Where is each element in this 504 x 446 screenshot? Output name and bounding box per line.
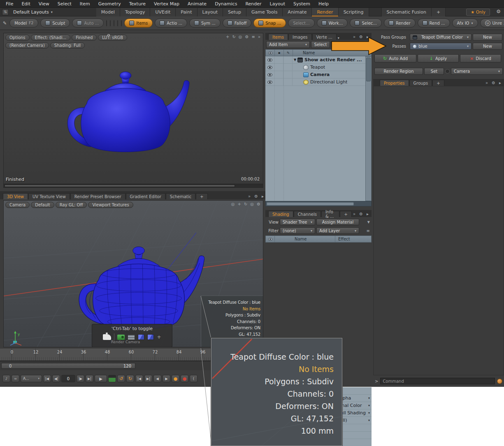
new-pass-button[interactable]: New bbox=[473, 43, 502, 50]
gear-icon[interactable]: ⚙ bbox=[244, 35, 250, 39]
new-pass-group-button[interactable]: New bbox=[473, 34, 502, 41]
menu-item[interactable]: Vertex Map bbox=[150, 0, 183, 8]
properties-tab[interactable]: + bbox=[432, 80, 444, 86]
viewport-3d-control[interactable]: Viewport Textures bbox=[88, 202, 133, 208]
menu-arrow-icon[interactable]: ▸ bbox=[366, 212, 369, 216]
delete-key-button[interactable]: ● bbox=[181, 375, 188, 382]
items-horizontal-scrollbar[interactable] bbox=[265, 201, 372, 206]
only-button[interactable]: ★Only bbox=[466, 9, 490, 16]
visibility-eye-icon[interactable] bbox=[267, 81, 272, 84]
rotate-icon[interactable]: ↻ bbox=[243, 202, 248, 206]
current-frame-field[interactable]: 0 bbox=[61, 375, 75, 382]
auto-add-button[interactable]: ↻Auto Add bbox=[374, 54, 416, 62]
step-back-button[interactable]: ◀| bbox=[52, 375, 60, 382]
items-vertical-scrollbar[interactable] bbox=[365, 56, 372, 201]
expand-icon[interactable]: » bbox=[352, 212, 356, 216]
menu-item[interactable]: Render bbox=[241, 0, 265, 8]
shader-tree-dropdown[interactable]: Shader Tree▾ bbox=[280, 219, 315, 225]
apply-button[interactable]: ↓Apply bbox=[418, 54, 459, 62]
anim-editor-button[interactable]: ≈ bbox=[12, 375, 19, 382]
gear-icon[interactable]: ⚙ bbox=[256, 202, 261, 206]
funnel-icon[interactable]: ▼ bbox=[367, 220, 371, 224]
pan-icon[interactable]: + bbox=[225, 35, 230, 39]
menu-item[interactable]: Animate bbox=[183, 0, 211, 8]
audio-toggle-button[interactable]: ♪ bbox=[2, 375, 10, 382]
viewport-3d[interactable]: CameraDefaultRay GL: OffViewport Texture… bbox=[3, 200, 263, 347]
refresh-button[interactable]: ↻ bbox=[126, 375, 134, 382]
render-scrollbar[interactable] bbox=[4, 184, 263, 187]
toolbar-button[interactable]: Auto ... bbox=[72, 18, 104, 28]
expand-icon[interactable]: » bbox=[485, 81, 489, 85]
zoom-icon[interactable]: ◎ bbox=[238, 35, 243, 39]
render-camera-icon[interactable] bbox=[117, 335, 125, 340]
autokey-dropdown[interactable]: A... bbox=[21, 375, 42, 382]
filter-button[interactable]: Filter bbox=[331, 41, 350, 48]
viewport-3d-control[interactable]: Default bbox=[31, 202, 54, 208]
viewport-3d-control[interactable]: Ray GL: Off bbox=[56, 202, 87, 208]
toolbar-button[interactable]: uUnre ...▾ bbox=[480, 18, 504, 28]
toolbar-button[interactable]: uRend ...▾ bbox=[418, 18, 450, 28]
cube-icon[interactable] bbox=[114, 20, 114, 26]
gear-icon[interactable]: ⚙ bbox=[491, 81, 496, 85]
add-icon[interactable]: + bbox=[157, 334, 161, 340]
render-viewport-control[interactable]: Finished bbox=[72, 35, 97, 41]
toolbar-button[interactable]: uFalloff▾ bbox=[223, 18, 252, 28]
properties-tab[interactable]: Properties bbox=[380, 80, 409, 86]
item-row[interactable]: ▼ Directional Light bbox=[265, 79, 365, 86]
mesh-preset-icon[interactable] bbox=[103, 334, 111, 340]
layout-tab[interactable]: Paint bbox=[176, 8, 197, 16]
menu-item[interactable]: File bbox=[2, 0, 17, 8]
pass-dropdown[interactable]: blue▾ bbox=[410, 43, 471, 50]
rotate-icon[interactable]: ↻ bbox=[231, 35, 236, 39]
item-row[interactable]: ▼ Camera bbox=[265, 71, 365, 79]
key-forward-button[interactable]: ▶ bbox=[163, 375, 170, 382]
stack-icon[interactable] bbox=[128, 335, 135, 340]
filter-dropdown[interactable]: (none)▾ bbox=[280, 227, 315, 234]
toolbar-button[interactable]: uItems▾ bbox=[124, 18, 153, 28]
menu-item[interactable]: Select bbox=[53, 0, 76, 8]
menu-item[interactable]: Item bbox=[76, 0, 94, 8]
layout-switch-icon[interactable]: ⇅ bbox=[2, 9, 9, 15]
add-item-dropdown[interactable]: Add Item▾ bbox=[266, 41, 310, 48]
layout-tab[interactable]: Topology bbox=[120, 8, 151, 16]
cube-item-icon[interactable] bbox=[138, 334, 144, 340]
region-toggle-led[interactable] bbox=[445, 69, 450, 74]
zoom-icon[interactable]: ◎ bbox=[230, 202, 236, 206]
set-button[interactable]: Set bbox=[424, 68, 444, 75]
menu-item[interactable]: Help bbox=[314, 0, 333, 8]
cube-icon[interactable] bbox=[110, 20, 111, 26]
funnel-icon[interactable]: ▼ bbox=[364, 43, 368, 46]
search-icon[interactable]: ◎ bbox=[249, 202, 255, 206]
assign-material-button[interactable]: Assign Material bbox=[316, 219, 359, 225]
layout-tab[interactable]: + bbox=[432, 8, 446, 16]
render-viewport-control[interactable]: Shading: Full bbox=[50, 42, 85, 49]
shading-panel-tab[interactable]: + bbox=[340, 211, 351, 217]
default-layouts-dropdown[interactable]: Default Layouts▾ bbox=[11, 9, 55, 15]
gear-icon[interactable]: ⚙ bbox=[496, 9, 501, 14]
filter-caret-icon[interactable]: ▾ bbox=[369, 43, 371, 46]
viewport-tab[interactable]: + bbox=[196, 193, 207, 199]
lock-icon[interactable] bbox=[106, 36, 107, 44]
toolbar-button[interactable]: uActio ...▾ bbox=[155, 18, 187, 28]
menu-item[interactable]: Dynamics bbox=[211, 0, 241, 8]
items-panel-tab[interactable]: Items bbox=[268, 34, 288, 40]
menu-item[interactable]: Layout bbox=[266, 0, 289, 8]
toolbar-button[interactable]: uSelec...▾ bbox=[350, 18, 381, 28]
expand-icon[interactable]: » bbox=[352, 35, 356, 39]
menu-item[interactable]: System bbox=[289, 0, 314, 8]
toolbar-button[interactable]: uSym ...▾ bbox=[189, 18, 221, 28]
loop-button[interactable]: ↺ bbox=[117, 375, 125, 382]
region-camera-dropdown[interactable]: Camera▾ bbox=[451, 68, 503, 75]
layout-tab[interactable]: UVEdit bbox=[150, 8, 176, 16]
select-button[interactable]: Select bbox=[311, 41, 330, 48]
list-icon[interactable]: ≡ bbox=[251, 35, 255, 39]
render-region-button[interactable]: Render Region bbox=[374, 68, 423, 75]
item-row[interactable]: ▼ Teapot bbox=[265, 64, 365, 71]
cube-icon[interactable] bbox=[106, 20, 107, 26]
layout-tab[interactable]: Setup bbox=[223, 8, 246, 16]
key-back-button[interactable]: ◀ bbox=[153, 375, 161, 382]
preview-render-button[interactable] bbox=[108, 375, 116, 382]
layout-tab[interactable]: Schematic Fusion bbox=[381, 8, 432, 16]
visibility-eye-icon[interactable] bbox=[267, 58, 272, 62]
render-viewport-control[interactable]: LUT: sRGB bbox=[98, 35, 127, 41]
